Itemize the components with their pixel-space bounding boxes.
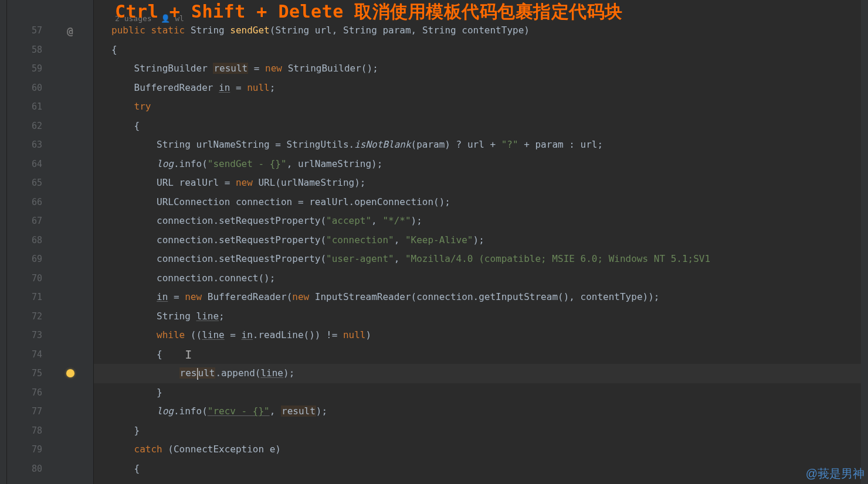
- line-number[interactable]: 69: [7, 250, 47, 269]
- vertical-scrollbar[interactable]: [861, 0, 868, 484]
- lightbulb-icon[interactable]: [66, 369, 74, 377]
- line-number[interactable]: 72: [7, 307, 47, 326]
- line-number[interactable]: 70: [7, 269, 47, 288]
- gutter-slot: [47, 79, 93, 98]
- gutter-slot: [47, 250, 93, 269]
- line-number[interactable]: 68: [7, 231, 47, 250]
- code-line[interactable]: log.info("recv - {}", result);: [111, 402, 868, 421]
- gutter-slot: [47, 155, 93, 174]
- gutter-slot: [47, 193, 93, 212]
- gutter-slot: [47, 364, 93, 383]
- gutter-slot: [47, 345, 93, 364]
- gutter-slot: [47, 97, 93, 117]
- code-line[interactable]: }: [111, 383, 868, 403]
- gutter-slot: [47, 402, 93, 421]
- code-line[interactable]: {: [111, 459, 868, 479]
- line-number[interactable]: 80: [7, 459, 47, 479]
- left-margin-strip: [0, 0, 7, 484]
- code-editor[interactable]: 5758596061626364656667686970717273747576…: [0, 0, 868, 484]
- code-line[interactable]: { I: [111, 345, 868, 364]
- line-number[interactable]: 77: [7, 402, 47, 421]
- gutter-slot: [47, 383, 93, 403]
- gutter-slot: [47, 59, 93, 79]
- line-number[interactable]: 74: [7, 345, 47, 364]
- line-number[interactable]: 67: [7, 212, 47, 231]
- code-line[interactable]: connection.setRequestProperty("accept", …: [111, 212, 868, 231]
- line-number[interactable]: 75: [7, 364, 47, 383]
- line-number[interactable]: 57: [7, 21, 47, 40]
- gutter-slot: [47, 459, 93, 479]
- text-cursor-icon: I: [185, 345, 192, 364]
- gutter-slot: [47, 269, 93, 288]
- code-line[interactable]: StringBuilder result = new StringBuilder…: [111, 59, 868, 79]
- line-number[interactable]: 78: [7, 421, 47, 441]
- line-number[interactable]: 64: [7, 155, 47, 174]
- line-number[interactable]: 59: [7, 59, 47, 79]
- watermark-text: @莪是男神: [806, 466, 864, 482]
- code-line[interactable]: in = new BufferedReader(new InputStreamR…: [111, 288, 868, 307]
- code-line[interactable]: log.info("sendGet - {}", urlNameString);: [111, 155, 868, 174]
- code-lines[interactable]: public static String sendGet(String url,…: [94, 2, 868, 478]
- line-number[interactable]: 61: [7, 97, 47, 117]
- code-line[interactable]: connection.connect();: [111, 269, 868, 288]
- code-line[interactable]: connection.setRequestProperty("user-agen…: [111, 250, 868, 269]
- gutter-slot: [47, 117, 93, 136]
- code-line[interactable]: URLConnection connection = realUrl.openC…: [111, 193, 868, 212]
- line-number[interactable]: 76: [7, 383, 47, 403]
- code-line[interactable]: {: [111, 117, 868, 136]
- override-icon[interactable]: @: [67, 25, 73, 37]
- gutter-slot: [47, 173, 93, 193]
- gutter-slot: [47, 231, 93, 250]
- gutter-slot: [47, 212, 93, 231]
- code-line[interactable]: {: [111, 40, 868, 60]
- shortcut-desc: 取消使用模板代码包裹指定代码块: [354, 1, 623, 22]
- code-line[interactable]: catch (ConnectException e): [111, 440, 868, 459]
- line-number[interactable]: 58: [7, 40, 47, 60]
- shortcut-tip-overlay: Ctrl + Shift + Delete 取消使用模板代码包裹指定代码块: [115, 0, 623, 24]
- code-line-current[interactable]: result.append(line);: [111, 364, 868, 383]
- code-line[interactable]: try: [111, 97, 868, 117]
- code-line[interactable]: URL realUrl = new URL(urlNameString);: [111, 173, 868, 193]
- gutter-slot: [47, 421, 93, 441]
- line-number[interactable]: 71: [7, 288, 47, 307]
- gutter-icon-column: @: [47, 0, 94, 484]
- code-line[interactable]: String line;: [111, 307, 868, 326]
- line-number[interactable]: 60: [7, 79, 47, 98]
- code-line[interactable]: while ((line = in.readLine()) != null): [111, 326, 868, 345]
- line-number[interactable]: 66: [7, 193, 47, 212]
- code-line[interactable]: }: [111, 421, 868, 441]
- gutter-slot: [47, 307, 93, 326]
- gutter-slot: [47, 326, 93, 345]
- gutter-slot: [47, 135, 93, 155]
- line-number-gutter[interactable]: 5758596061626364656667686970717273747576…: [7, 0, 47, 484]
- code-line[interactable]: String urlNameString = StringUtils.isNot…: [111, 135, 868, 155]
- gutter-slot: [47, 40, 93, 60]
- shortcut-keys: Ctrl + Shift + Delete: [115, 1, 354, 22]
- code-line[interactable]: connection.setRequestProperty("connectio…: [111, 231, 868, 250]
- line-number[interactable]: 62: [7, 117, 47, 136]
- gutter-slot: @: [47, 21, 93, 40]
- line-number[interactable]: 73: [7, 326, 47, 345]
- code-text-area[interactable]: Ctrl + Shift + Delete 取消使用模板代码包裹指定代码块 2 …: [94, 0, 868, 484]
- code-line[interactable]: BufferedReader in = null;: [111, 79, 868, 98]
- gutter-slot: [47, 440, 93, 459]
- gutter-slot: [47, 288, 93, 307]
- line-number[interactable]: 79: [7, 440, 47, 459]
- line-number[interactable]: 63: [7, 135, 47, 155]
- line-number[interactable]: 65: [7, 173, 47, 193]
